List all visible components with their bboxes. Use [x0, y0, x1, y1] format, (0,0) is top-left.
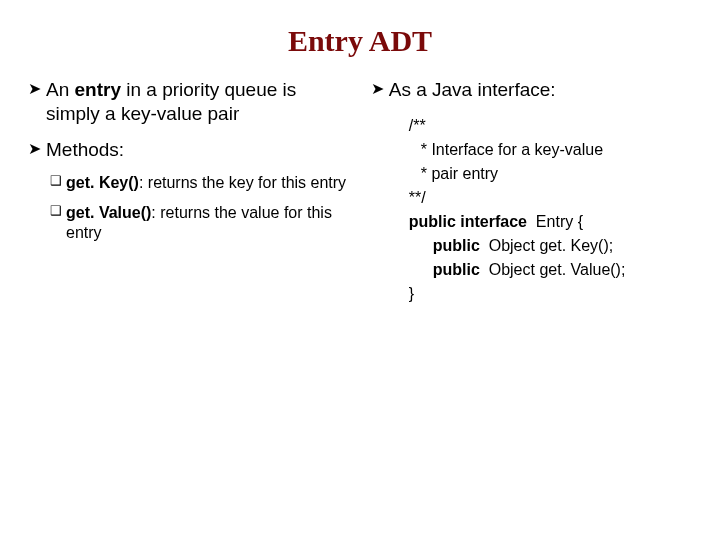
methods-label: Methods: [46, 138, 347, 162]
keyword: public [433, 237, 480, 254]
code-line: } [393, 282, 690, 306]
code-line: * Interface for a key-value [393, 138, 690, 162]
java-interface-text: As a Java interface: [389, 78, 690, 102]
code-text: Object get. Key(); [480, 237, 613, 254]
right-column: ➤ As a Java interface: /** * Interface f… [371, 78, 690, 306]
arrow-icon: ➤ [371, 78, 389, 100]
getvalue-text: get. Value(): returns the value for this… [66, 203, 347, 243]
code-line: * pair entry [393, 162, 690, 186]
text-fragment: An [46, 79, 75, 100]
code-block: /** * Interface for a key-value * pair e… [393, 114, 690, 306]
method-name: get. Key() [66, 174, 139, 191]
bullet-methods: ➤ Methods: [28, 138, 347, 162]
code-line: public Object get. Value(); [393, 258, 690, 282]
code-line: **/ [393, 186, 690, 210]
text-bold-entry: entry [75, 79, 121, 100]
bullet-getvalue: ❑ get. Value(): returns the value for th… [50, 203, 347, 243]
content-columns: ➤ An entry in a priority queue is simply… [28, 78, 692, 306]
square-icon: ❑ [50, 203, 66, 219]
code-line: public interface Entry { [393, 210, 690, 234]
keyword: public [433, 261, 480, 278]
entry-definition-text: An entry in a priority queue is simply a… [46, 78, 347, 126]
square-icon: ❑ [50, 173, 66, 189]
code-line: public Object get. Key(); [393, 234, 690, 258]
left-column: ➤ An entry in a priority queue is simply… [28, 78, 347, 306]
bullet-java-interface: ➤ As a Java interface: [371, 78, 690, 102]
code-line: /** [393, 114, 690, 138]
arrow-icon: ➤ [28, 138, 46, 160]
code-text: Object get. Value(); [480, 261, 626, 278]
bullet-getkey: ❑ get. Key(): returns the key for this e… [50, 173, 347, 193]
getkey-text: get. Key(): returns the key for this ent… [66, 173, 347, 193]
keyword: public interface [409, 213, 527, 230]
method-name: get. Value() [66, 204, 151, 221]
code-text: Entry { [527, 213, 583, 230]
bullet-entry-definition: ➤ An entry in a priority queue is simply… [28, 78, 347, 126]
slide-title: Entry ADT [28, 24, 692, 58]
arrow-icon: ➤ [28, 78, 46, 100]
method-desc: : returns the key for this entry [139, 174, 346, 191]
slide: Entry ADT ➤ An entry in a priority queue… [0, 0, 720, 540]
